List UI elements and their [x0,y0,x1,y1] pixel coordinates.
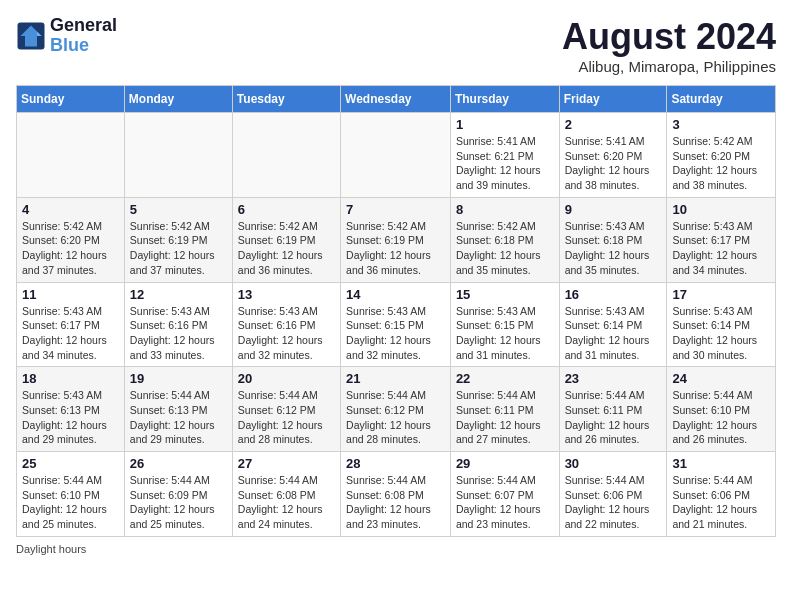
day-info: Sunrise: 5:42 AMSunset: 6:20 PMDaylight:… [672,134,770,193]
day-number: 13 [238,287,335,302]
day-info: Sunrise: 5:43 AMSunset: 6:14 PMDaylight:… [672,304,770,363]
logo-icon [16,21,46,51]
day-number: 27 [238,456,335,471]
day-number: 26 [130,456,227,471]
day-info: Sunrise: 5:42 AMSunset: 6:19 PMDaylight:… [346,219,445,278]
day-info: Sunrise: 5:44 AMSunset: 6:09 PMDaylight:… [130,473,227,532]
calendar-cell: 6Sunrise: 5:42 AMSunset: 6:19 PMDaylight… [232,197,340,282]
calendar-cell: 21Sunrise: 5:44 AMSunset: 6:12 PMDayligh… [341,367,451,452]
day-header-thursday: Thursday [450,86,559,113]
day-number: 2 [565,117,662,132]
day-number: 31 [672,456,770,471]
calendar-cell [17,113,125,198]
calendar-cell: 9Sunrise: 5:43 AMSunset: 6:18 PMDaylight… [559,197,667,282]
calendar-cell: 2Sunrise: 5:41 AMSunset: 6:20 PMDaylight… [559,113,667,198]
day-info: Sunrise: 5:42 AMSunset: 6:19 PMDaylight:… [238,219,335,278]
calendar-cell: 18Sunrise: 5:43 AMSunset: 6:13 PMDayligh… [17,367,125,452]
calendar-cell: 16Sunrise: 5:43 AMSunset: 6:14 PMDayligh… [559,282,667,367]
calendar-cell: 22Sunrise: 5:44 AMSunset: 6:11 PMDayligh… [450,367,559,452]
day-number: 9 [565,202,662,217]
day-number: 4 [22,202,119,217]
day-number: 11 [22,287,119,302]
day-info: Sunrise: 5:44 AMSunset: 6:13 PMDaylight:… [130,388,227,447]
day-info: Sunrise: 5:42 AMSunset: 6:20 PMDaylight:… [22,219,119,278]
day-number: 10 [672,202,770,217]
day-info: Sunrise: 5:44 AMSunset: 6:08 PMDaylight:… [238,473,335,532]
day-info: Sunrise: 5:42 AMSunset: 6:19 PMDaylight:… [130,219,227,278]
day-number: 25 [22,456,119,471]
day-number: 15 [456,287,554,302]
day-header-sunday: Sunday [17,86,125,113]
calendar-cell: 11Sunrise: 5:43 AMSunset: 6:17 PMDayligh… [17,282,125,367]
day-info: Sunrise: 5:44 AMSunset: 6:06 PMDaylight:… [565,473,662,532]
location: Alibug, Mimaropa, Philippines [562,58,776,75]
day-number: 24 [672,371,770,386]
day-info: Sunrise: 5:44 AMSunset: 6:10 PMDaylight:… [672,388,770,447]
calendar-week-row: 11Sunrise: 5:43 AMSunset: 6:17 PMDayligh… [17,282,776,367]
calendar-cell: 15Sunrise: 5:43 AMSunset: 6:15 PMDayligh… [450,282,559,367]
day-info: Sunrise: 5:43 AMSunset: 6:13 PMDaylight:… [22,388,119,447]
calendar-cell: 28Sunrise: 5:44 AMSunset: 6:08 PMDayligh… [341,452,451,537]
page-header: General Blue August 2024 Alibug, Mimarop… [16,16,776,75]
footer-note: Daylight hours [16,543,776,555]
month-year: August 2024 [562,16,776,58]
day-info: Sunrise: 5:43 AMSunset: 6:16 PMDaylight:… [238,304,335,363]
day-number: 18 [22,371,119,386]
day-info: Sunrise: 5:43 AMSunset: 6:16 PMDaylight:… [130,304,227,363]
calendar-cell: 17Sunrise: 5:43 AMSunset: 6:14 PMDayligh… [667,282,776,367]
calendar-cell: 5Sunrise: 5:42 AMSunset: 6:19 PMDaylight… [124,197,232,282]
calendar-cell: 29Sunrise: 5:44 AMSunset: 6:07 PMDayligh… [450,452,559,537]
calendar-cell [232,113,340,198]
logo: General Blue [16,16,117,56]
calendar-cell: 13Sunrise: 5:43 AMSunset: 6:16 PMDayligh… [232,282,340,367]
calendar-table: SundayMondayTuesdayWednesdayThursdayFrid… [16,85,776,537]
day-info: Sunrise: 5:44 AMSunset: 6:10 PMDaylight:… [22,473,119,532]
day-number: 5 [130,202,227,217]
calendar-week-row: 25Sunrise: 5:44 AMSunset: 6:10 PMDayligh… [17,452,776,537]
calendar-cell: 12Sunrise: 5:43 AMSunset: 6:16 PMDayligh… [124,282,232,367]
day-info: Sunrise: 5:43 AMSunset: 6:15 PMDaylight:… [346,304,445,363]
day-info: Sunrise: 5:44 AMSunset: 6:06 PMDaylight:… [672,473,770,532]
day-info: Sunrise: 5:41 AMSunset: 6:20 PMDaylight:… [565,134,662,193]
day-number: 6 [238,202,335,217]
calendar-cell: 20Sunrise: 5:44 AMSunset: 6:12 PMDayligh… [232,367,340,452]
calendar-week-row: 18Sunrise: 5:43 AMSunset: 6:13 PMDayligh… [17,367,776,452]
calendar-cell [124,113,232,198]
day-number: 19 [130,371,227,386]
day-number: 7 [346,202,445,217]
calendar-header-row: SundayMondayTuesdayWednesdayThursdayFrid… [17,86,776,113]
day-info: Sunrise: 5:44 AMSunset: 6:11 PMDaylight:… [565,388,662,447]
day-number: 1 [456,117,554,132]
day-info: Sunrise: 5:44 AMSunset: 6:08 PMDaylight:… [346,473,445,532]
day-info: Sunrise: 5:43 AMSunset: 6:18 PMDaylight:… [565,219,662,278]
calendar-cell: 27Sunrise: 5:44 AMSunset: 6:08 PMDayligh… [232,452,340,537]
day-info: Sunrise: 5:43 AMSunset: 6:17 PMDaylight:… [672,219,770,278]
day-info: Sunrise: 5:43 AMSunset: 6:17 PMDaylight:… [22,304,119,363]
day-number: 16 [565,287,662,302]
calendar-cell: 25Sunrise: 5:44 AMSunset: 6:10 PMDayligh… [17,452,125,537]
calendar-cell: 23Sunrise: 5:44 AMSunset: 6:11 PMDayligh… [559,367,667,452]
day-number: 30 [565,456,662,471]
day-info: Sunrise: 5:44 AMSunset: 6:11 PMDaylight:… [456,388,554,447]
calendar-cell: 1Sunrise: 5:41 AMSunset: 6:21 PMDaylight… [450,113,559,198]
calendar-cell: 4Sunrise: 5:42 AMSunset: 6:20 PMDaylight… [17,197,125,282]
day-number: 12 [130,287,227,302]
day-info: Sunrise: 5:44 AMSunset: 6:12 PMDaylight:… [238,388,335,447]
calendar-cell: 19Sunrise: 5:44 AMSunset: 6:13 PMDayligh… [124,367,232,452]
calendar-cell: 10Sunrise: 5:43 AMSunset: 6:17 PMDayligh… [667,197,776,282]
day-number: 20 [238,371,335,386]
day-header-friday: Friday [559,86,667,113]
title-block: August 2024 Alibug, Mimaropa, Philippine… [562,16,776,75]
day-number: 29 [456,456,554,471]
calendar-cell: 31Sunrise: 5:44 AMSunset: 6:06 PMDayligh… [667,452,776,537]
calendar-cell: 24Sunrise: 5:44 AMSunset: 6:10 PMDayligh… [667,367,776,452]
day-info: Sunrise: 5:41 AMSunset: 6:21 PMDaylight:… [456,134,554,193]
day-info: Sunrise: 5:43 AMSunset: 6:15 PMDaylight:… [456,304,554,363]
day-number: 17 [672,287,770,302]
calendar-week-row: 4Sunrise: 5:42 AMSunset: 6:20 PMDaylight… [17,197,776,282]
day-number: 23 [565,371,662,386]
day-info: Sunrise: 5:43 AMSunset: 6:14 PMDaylight:… [565,304,662,363]
calendar-cell: 3Sunrise: 5:42 AMSunset: 6:20 PMDaylight… [667,113,776,198]
day-header-wednesday: Wednesday [341,86,451,113]
day-header-saturday: Saturday [667,86,776,113]
